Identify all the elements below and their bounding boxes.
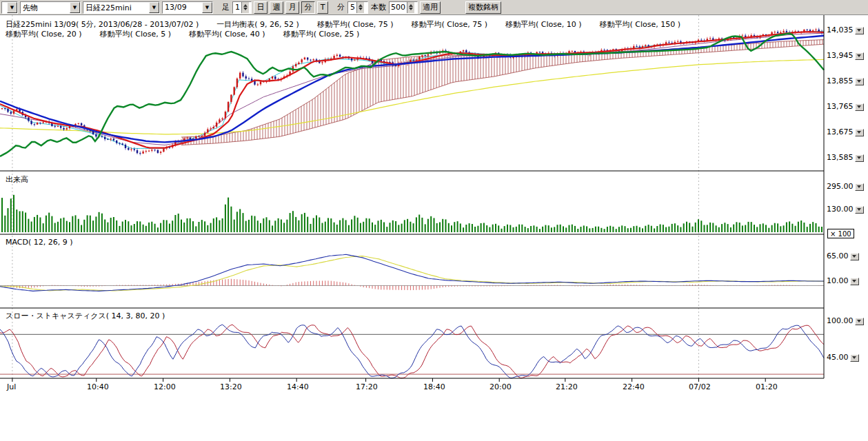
legend-ma150: 移動平均( Close, 150 ) [600, 19, 681, 30]
price-tick-row: 13,675 [827, 128, 864, 136]
axis-spinner-icon[interactable] [855, 183, 864, 191]
series-title: 日経225mini 13/09( 5分, 2013/06/28 - 2013/0… [6, 19, 199, 30]
axis-spinner-icon[interactable] [855, 318, 864, 325]
price-tick-label: 13,675 [827, 128, 854, 136]
axis-spinner-icon[interactable] [855, 52, 864, 60]
price-tick-label: 14,035 [827, 26, 854, 34]
minute-value: 5 [348, 2, 356, 13]
time-tick-label: 10:40 [87, 382, 109, 391]
category-select-value: 先物 [21, 2, 70, 13]
axis-spinner-icon[interactable] [855, 78, 864, 85]
macd-tick-label: 10.00 [827, 277, 849, 285]
time-tick-label: 17:20 [356, 382, 378, 391]
category-select[interactable]: 先物▼ [20, 1, 81, 14]
axis-spinner-icon[interactable] [855, 27, 864, 34]
period-week-button[interactable]: 週 [270, 1, 283, 14]
stoch-tick-row: 45.00 [827, 353, 859, 362]
contract-month-select[interactable]: 13/09▼ [162, 1, 213, 14]
stochastics-layer [0, 325, 824, 378]
axis-spinner-icon[interactable] [855, 154, 864, 162]
chevron-down-icon: ▼ [202, 2, 212, 13]
time-tick-label: 22:40 [623, 382, 645, 391]
legend-ma20: 移動平均( Close, 20 ) [6, 29, 82, 39]
period-tick-button[interactable]: T [317, 1, 328, 14]
time-tick-label: 18:40 [423, 382, 445, 391]
macd-tick-row: 65.00 [827, 252, 859, 260]
stoch-tick-row: 100.00 [827, 317, 864, 325]
spinner-icon[interactable] [241, 2, 249, 13]
time-tick-label: 14:40 [287, 382, 309, 391]
legend-ma75a: 移動平均( Close, 75 ) [317, 19, 394, 30]
time-tick-label: 21:20 [556, 382, 578, 391]
axis-spinner-icon[interactable] [855, 103, 864, 111]
volume-panel-label: 出来高 [6, 174, 28, 185]
volume-tick-row: 295.00 [827, 183, 864, 191]
chart-area[interactable]: 日経225mini 13/09( 5分, 2013/06/28 - 2013/0… [0, 15, 868, 441]
macd-layer [0, 254, 824, 291]
bar-count-input[interactable]: 1 [232, 1, 252, 14]
chevron-down-icon: ▼ [70, 2, 80, 13]
chart-app: ▼ 先物▼ 日経225mini▼ 13/09▼ 足 1 日 週 月 分 T 分 … [0, 0, 868, 441]
period-minute-button[interactable]: 分 [301, 1, 315, 14]
instrument-select-value: 日経225mini [83, 2, 149, 13]
axis-spinner-icon[interactable] [850, 354, 859, 362]
minute-input[interactable]: 5 [347, 1, 368, 14]
macd-panel-label: MACD( 12, 26, 9 ) [6, 238, 73, 247]
stoch-tick-label: 45.00 [827, 353, 849, 362]
bar-label: 足 [221, 2, 230, 12]
axis-spinner-icon[interactable] [855, 206, 864, 214]
stoch-tick-label: 100.00 [827, 317, 854, 325]
legend-ma75b: 移動平均( Close, 75 ) [411, 19, 487, 30]
macd-tick-row: 10.00 [827, 277, 859, 285]
chevron-down-icon: ▼ [7, 2, 17, 13]
price-tick-label: 13,855 [827, 77, 854, 85]
axis-spinner-icon[interactable] [850, 253, 859, 260]
price-tick-row: 13,945 [827, 52, 864, 60]
volume-tick-label: 295.00 [827, 183, 854, 191]
price-tick-label: 13,765 [827, 103, 854, 111]
bars-count-label: 本数 [370, 2, 387, 12]
bar-count-value: 1 [233, 2, 241, 13]
price-tick-row: 13,765 [827, 103, 864, 111]
spinner-icon[interactable] [407, 2, 414, 13]
multi-symbol-button[interactable]: 複数銘柄 [465, 1, 501, 14]
period-month-button[interactable]: 月 [285, 1, 299, 14]
legend-row-2: 移動平均( Close, 20 ) 移動平均( Close, 5 ) 移動平均(… [6, 29, 359, 39]
chevron-down-icon: ▼ [149, 2, 159, 13]
chart-canvas[interactable] [0, 15, 868, 441]
volume-tick-row: 130.00 [827, 205, 864, 214]
price-tick-row: 14,035 [827, 26, 864, 34]
legend-ma10: 移動平均( Close, 10 ) [505, 19, 582, 30]
volume-bars [1, 195, 822, 232]
toolbar: ▼ 先物▼ 日経225mini▼ 13/09▼ 足 1 日 週 月 分 T 分 … [0, 0, 868, 15]
blank-select[interactable]: ▼ [1, 1, 18, 14]
spinner-icon[interactable] [356, 2, 364, 13]
bars-count-input[interactable]: 500 [389, 1, 418, 14]
time-tick-label: 01:20 [756, 382, 778, 391]
bars-count-value: 500 [390, 2, 407, 13]
price-tick-label: 13,585 [827, 154, 854, 162]
time-tick-label: 20:00 [489, 382, 512, 391]
macd-tick-label: 65.00 [827, 252, 849, 260]
volume-multiplier-badge: × 100 [827, 229, 854, 238]
time-tick-label: 07/02 [689, 382, 711, 391]
contract-month-value: 13/09 [163, 2, 202, 13]
stochastics-panel-label: スロー・ストキャスティクス( 14, 3, 80, 20 ) [6, 311, 165, 321]
price-tick-row: 13,585 [827, 154, 864, 162]
period-day-button[interactable]: 日 [254, 1, 268, 14]
axis-spinner-icon[interactable] [855, 129, 864, 136]
price-tick-row: 13,855 [827, 77, 864, 85]
minute-label: 分 [336, 2, 345, 12]
axis-spinner-icon[interactable] [850, 278, 859, 285]
apply-button[interactable]: 適用 [420, 1, 441, 14]
legend-ichimoku: 一目均衡表( 9, 26, 52 ) [216, 19, 299, 30]
time-tick-label: 13:20 [220, 382, 242, 391]
time-tick-label: 12:00 [154, 382, 176, 391]
legend-ma40: 移動平均( Close, 40 ) [189, 29, 265, 39]
instrument-select[interactable]: 日経225mini▼ [83, 1, 160, 14]
legend-ma25: 移動平均( Close, 25 ) [283, 29, 360, 39]
time-tick-label: Jul [7, 382, 16, 391]
legend-ma5: 移動平均( Close, 5 ) [100, 29, 172, 39]
legend-row-1: 日経225mini 13/09( 5分, 2013/06/28 - 2013/0… [6, 19, 680, 30]
price-tick-label: 13,945 [827, 52, 854, 60]
